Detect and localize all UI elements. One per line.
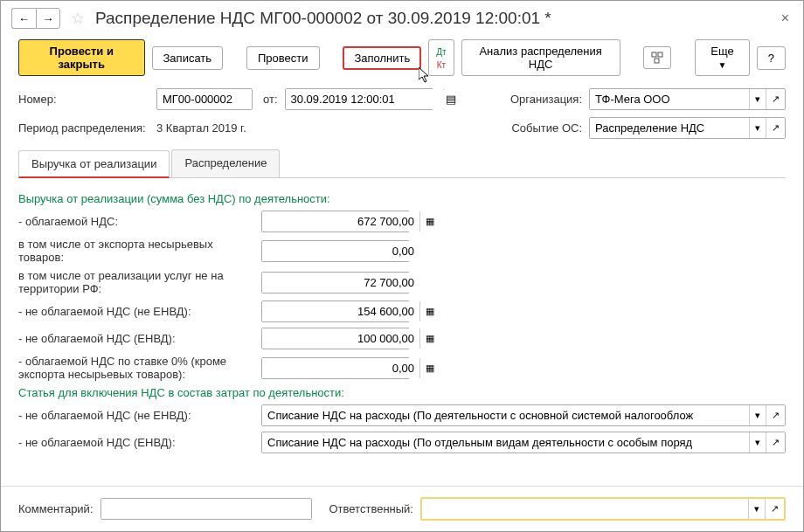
page-title: Распределение НДС МГ00-000002 от 30.09.2… (95, 9, 771, 28)
responsible-label: Ответственный: (329, 502, 413, 515)
list-icon[interactable]: ▤ (440, 90, 461, 108)
services-input[interactable] (262, 273, 419, 293)
open-icon[interactable]: ↗ (765, 499, 784, 519)
dropdown-icon[interactable]: ▾ (749, 432, 766, 453)
dropdown-icon[interactable]: ▾ (749, 118, 766, 138)
section-revenue-header: Выручка от реализации (сумма без НДС) по… (18, 192, 786, 205)
post-button[interactable]: Провести (246, 46, 320, 70)
dropdown-icon[interactable]: ▾ (748, 499, 765, 519)
dtkt-button[interactable]: ДтКт (428, 39, 454, 76)
export-label: в том числе от экспорта несырьевых товар… (18, 238, 254, 264)
svg-rect-2 (655, 59, 659, 63)
open-icon[interactable]: ↗ (766, 405, 785, 425)
period-value: 3 Квартал 2019 г. (156, 121, 246, 135)
article2-input[interactable] (262, 432, 749, 453)
write-button[interactable]: Записать (152, 46, 224, 70)
comment-input[interactable] (101, 499, 311, 519)
calculator-icon[interactable]: ▦ (419, 358, 440, 378)
responsible-input[interactable] (422, 499, 748, 519)
dropdown-icon[interactable]: ▾ (749, 89, 766, 109)
calculator-icon[interactable]: ▦ (419, 301, 440, 321)
vat-taxable-label: - облагаемой НДС: (18, 215, 254, 228)
help-button[interactable]: ? (757, 46, 786, 70)
article1-input[interactable] (262, 405, 749, 425)
tab-revenue[interactable]: Выручка от реализации (18, 150, 170, 178)
tab-distribution[interactable]: Распределение (171, 149, 280, 177)
section-articles-header: Статья для включения НДС в состав затрат… (18, 386, 786, 399)
org-input[interactable] (590, 89, 749, 109)
date-label: от: (263, 93, 278, 106)
analysis-button[interactable]: Анализ распределения НДС (461, 39, 620, 76)
post-close-button[interactable]: Провести и закрыть (18, 39, 145, 76)
dropdown-icon[interactable]: ▾ (749, 405, 766, 425)
open-icon[interactable]: ↗ (766, 89, 785, 109)
star-icon[interactable]: ☆ (71, 9, 85, 28)
period-label: Период распределения: (18, 121, 149, 135)
structure-button[interactable] (643, 46, 671, 69)
more-button[interactable]: Еще ▼ (695, 39, 749, 76)
zero-label: - облагаемой НДС по ставке 0% (кроме экс… (18, 355, 254, 381)
not-vat-input[interactable] (262, 301, 419, 321)
calculator-icon[interactable]: ▦ (419, 211, 440, 231)
event-label: Событие ОС: (511, 121, 582, 135)
forward-button[interactable]: → (36, 8, 60, 29)
event-input[interactable] (590, 118, 749, 138)
envd-input[interactable] (262, 328, 419, 349)
services-label: в том числе от реализации услуг не на те… (18, 269, 254, 295)
date-input[interactable] (286, 89, 443, 109)
org-label: Организация: (510, 93, 582, 106)
article2-label: - не облагаемой НДС (ЕНВД): (18, 436, 254, 449)
article1-label: - не облагаемой НДС (не ЕНВД): (18, 409, 254, 422)
not-vat-label: - не облагаемой НДС (не ЕНВД): (18, 305, 254, 318)
fill-button[interactable]: Заполнить (343, 46, 421, 70)
export-input[interactable] (262, 241, 419, 261)
number-input[interactable] (157, 89, 252, 109)
vat-taxable-input[interactable] (262, 211, 419, 231)
zero-input[interactable] (262, 358, 419, 378)
calculator-icon[interactable]: ▦ (419, 328, 440, 349)
comment-label: Комментарий: (18, 502, 94, 515)
open-icon[interactable]: ↗ (766, 118, 785, 138)
close-icon[interactable]: × (778, 10, 793, 26)
svg-rect-1 (658, 52, 662, 57)
number-label: Номер: (18, 93, 149, 106)
svg-rect-0 (652, 52, 656, 57)
envd-label: - не облагаемой НДС (ЕНВД): (18, 332, 254, 345)
open-icon[interactable]: ↗ (766, 432, 785, 453)
back-button[interactable]: ← (11, 8, 36, 29)
